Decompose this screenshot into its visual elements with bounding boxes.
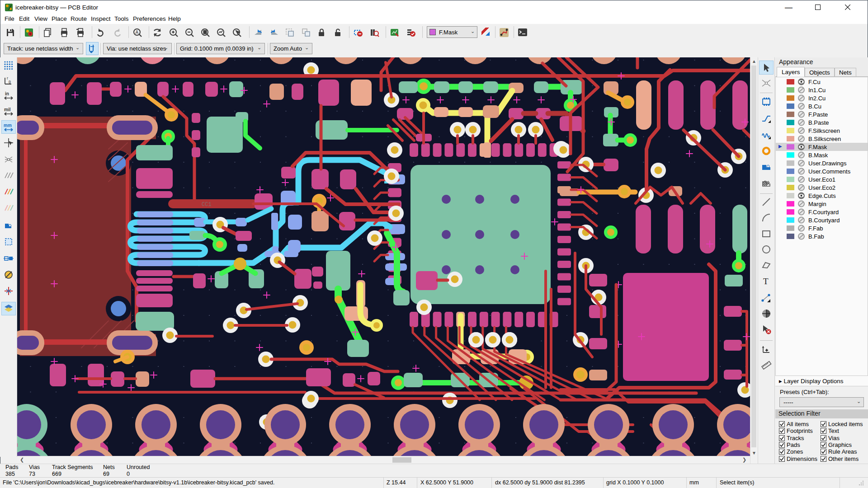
svg-text:CC1: CC1: [202, 202, 212, 208]
svg-text:mm: mm: [4, 123, 12, 128]
svg-text:mil: mil: [4, 107, 11, 112]
svg-text:r: r: [7, 76, 8, 80]
svg-text:A: A: [136, 30, 139, 35]
svg-text:in: in: [5, 91, 9, 96]
svg-text:θ: θ: [9, 80, 11, 84]
svg-text:T: T: [763, 277, 769, 286]
